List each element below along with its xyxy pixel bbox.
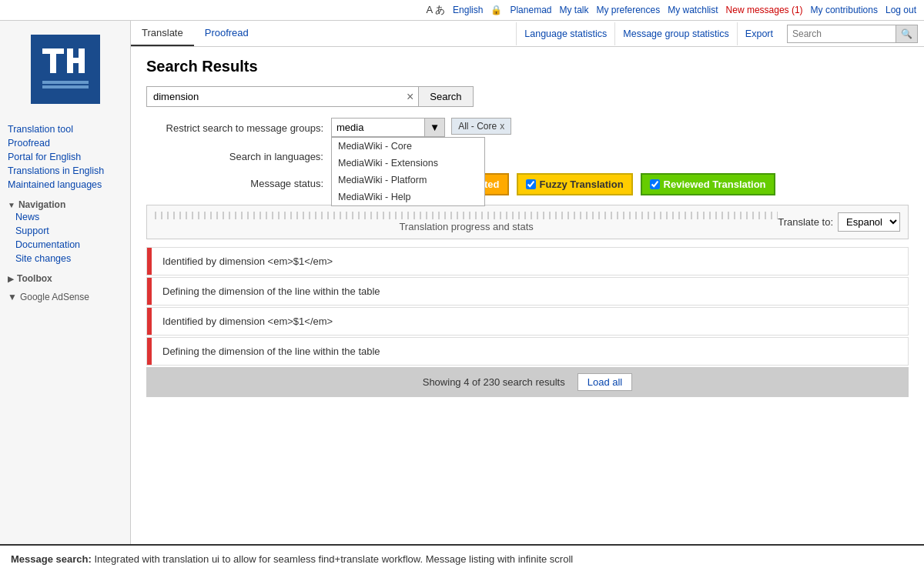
- all-core-tag-label: All - Core: [458, 121, 497, 132]
- groups-dropdown-arrow[interactable]: ▼: [424, 119, 444, 136]
- topbar-username[interactable]: Planemad: [510, 5, 551, 15]
- translate-to-label: Translate to:: [778, 216, 833, 228]
- status-row: Message status: Untranslated Outdated Fu…: [146, 173, 909, 195]
- nav-search-button[interactable]: 🔍: [896, 25, 917, 42]
- progress-title: Translation progress and stats: [155, 221, 778, 232]
- translate-to-container: Translate to: Espanol: [778, 212, 900, 232]
- table-row: Defining the dimension of the line withi…: [146, 277, 909, 306]
- caption: Message search: Integrated with translat…: [0, 544, 924, 571]
- logo-container: [0, 28, 130, 110]
- groups-dropdown-container: ▼ MediaWiki - Core MediaWiki - Extension…: [331, 118, 445, 137]
- group-option-core[interactable]: MediaWiki - Core: [332, 138, 484, 155]
- main-content: Translate Proofread Language statistics …: [131, 21, 924, 544]
- nav-arrow-icon: ▼: [8, 201, 15, 209]
- result-text-2: Defining the dimension of the line withi…: [152, 278, 908, 305]
- load-all-button[interactable]: Load all: [578, 373, 633, 391]
- status-reviewed-label: Reviewed Translation: [664, 179, 766, 190]
- progress-bar: [155, 212, 778, 219]
- topbar-new-messages[interactable]: New messages (1): [726, 5, 803, 15]
- groups-dropdown: ▼: [331, 118, 445, 137]
- nav-export[interactable]: Export: [737, 22, 781, 45]
- group-option-help[interactable]: MediaWiki - Help: [332, 189, 484, 205]
- sidebar-item-maintained-languages[interactable]: Maintained languages: [8, 178, 122, 192]
- translate-to-select[interactable]: Espanol: [838, 212, 900, 232]
- results-list: Identified by dimension <em>$1</em> Defi…: [146, 247, 909, 366]
- adsense-label: Google AdSense: [20, 292, 89, 302]
- svg-rect-5: [67, 58, 85, 63]
- groups-dropdown-list: MediaWiki - Core MediaWiki - Extensions …: [331, 137, 485, 206]
- all-core-tag: All - Core x: [451, 118, 511, 135]
- logo: [31, 35, 100, 104]
- adsense-arrow-icon: ▼: [8, 292, 17, 302]
- status-fuzzy[interactable]: Fuzzy Translation: [517, 173, 633, 195]
- caption-text: Integrated with translation ui to allow …: [94, 553, 573, 565]
- navigation-section-title[interactable]: ▼ Navigation: [8, 199, 122, 210]
- topbar-my-talk[interactable]: My talk: [559, 5, 588, 15]
- tab-translate[interactable]: Translate: [131, 21, 194, 46]
- topbar-my-contributions[interactable]: My contributions: [811, 5, 878, 15]
- caption-bold: Message search:: [11, 553, 92, 565]
- topbar: A あ English 🔒 Planemad My talk My prefer…: [0, 0, 924, 21]
- google-adsense-section[interactable]: ▼ Google AdSense: [8, 292, 122, 302]
- tab-proofread[interactable]: Proofread: [194, 21, 259, 46]
- result-text-4: Defining the dimension of the line withi…: [152, 338, 908, 365]
- search-row: × Search: [146, 86, 909, 107]
- topbar-language[interactable]: English: [453, 5, 483, 15]
- search-button[interactable]: Search: [418, 86, 473, 107]
- toolbox-label: Toolbox: [17, 273, 52, 284]
- result-text-1: Identified by dimension <em>$1</em>: [152, 248, 908, 275]
- result-text-3: Identified by dimension <em>$1</em>: [152, 308, 908, 335]
- toolbox-arrow-icon: ▶: [8, 275, 14, 283]
- topbar-language-icon: A あ: [427, 3, 446, 17]
- group-option-platform[interactable]: MediaWiki - Platform: [332, 172, 484, 189]
- status-label: Message status:: [146, 173, 323, 189]
- results-count: Showing 4 of 230 search results: [423, 376, 565, 388]
- results-footer: Showing 4 of 230 search results Load all: [146, 367, 909, 397]
- navigation-label: Navigation: [18, 199, 65, 210]
- nav-tabs: Translate Proofread: [131, 21, 259, 46]
- sidebar-item-proofread[interactable]: Proofread: [8, 136, 122, 150]
- nav-search-input[interactable]: [788, 25, 896, 42]
- sidebar-item-portal-english[interactable]: Portal for English: [8, 150, 122, 164]
- status-fuzzy-checkbox[interactable]: [526, 179, 536, 189]
- status-fuzzy-label: Fuzzy Translation: [540, 179, 624, 190]
- navigation-section: ▼ Navigation News Support Documentation …: [8, 199, 122, 265]
- topbar-my-watchlist[interactable]: My watchlist: [668, 5, 718, 15]
- topbar-my-preferences[interactable]: My preferences: [597, 5, 661, 15]
- status-reviewed[interactable]: Reviewed Translation: [641, 173, 775, 195]
- sidebar-nav-news[interactable]: News: [15, 210, 122, 224]
- nav-message-group-stats[interactable]: Message group statistics: [614, 22, 737, 45]
- languages-row: Search in languages: Espanol x English x…: [146, 146, 909, 164]
- sidebar-nav-site-changes[interactable]: Site changes: [15, 252, 122, 265]
- logo-svg: [38, 42, 92, 96]
- languages-label: Search in languages:: [146, 146, 323, 162]
- table-row: Defining the dimension of the line withi…: [146, 337, 909, 366]
- sidebar-links: Translation tool Proofread Portal for En…: [0, 122, 130, 302]
- clear-button[interactable]: ×: [407, 90, 413, 104]
- nav-language-stats[interactable]: Language statistics: [516, 22, 614, 45]
- sidebar-item-translations-english[interactable]: Translations in English: [8, 164, 122, 178]
- topbar-log-out[interactable]: Log out: [886, 5, 916, 15]
- sidebar: Translation tool Proofread Portal for En…: [0, 21, 131, 544]
- sidebar-nav-support[interactable]: Support: [15, 224, 122, 238]
- topbar-user-icon: 🔒: [490, 5, 502, 15]
- svg-rect-7: [42, 85, 89, 88]
- progress-bar-container: Translation progress and stats: [155, 212, 778, 232]
- table-row: Identified by dimension <em>$1</em>: [146, 307, 909, 336]
- toolbox-section: ▶ Toolbox: [8, 273, 122, 284]
- svg-rect-6: [42, 81, 89, 84]
- restrict-groups-row: Restrict search to message groups: ▼ Med…: [146, 118, 909, 137]
- all-core-tag-remove[interactable]: x: [500, 121, 504, 132]
- toolbox-section-title[interactable]: ▶ Toolbox: [8, 273, 122, 284]
- layout: Translation tool Proofread Portal for En…: [0, 21, 924, 544]
- group-option-extensions[interactable]: MediaWiki - Extensions: [332, 155, 484, 172]
- sidebar-nav-documentation[interactable]: Documentation: [15, 238, 122, 252]
- search-input[interactable]: [146, 86, 424, 107]
- status-reviewed-checkbox[interactable]: [650, 179, 660, 189]
- groups-dropdown-input[interactable]: [332, 119, 424, 136]
- nav-right-links: Language statistics Message group statis…: [516, 22, 781, 45]
- page-title: Search Results: [146, 58, 909, 75]
- restrict-groups-label: Restrict search to message groups:: [146, 118, 323, 134]
- sidebar-item-translation-tool[interactable]: Translation tool: [8, 122, 122, 136]
- table-row: Identified by dimension <em>$1</em>: [146, 247, 909, 275]
